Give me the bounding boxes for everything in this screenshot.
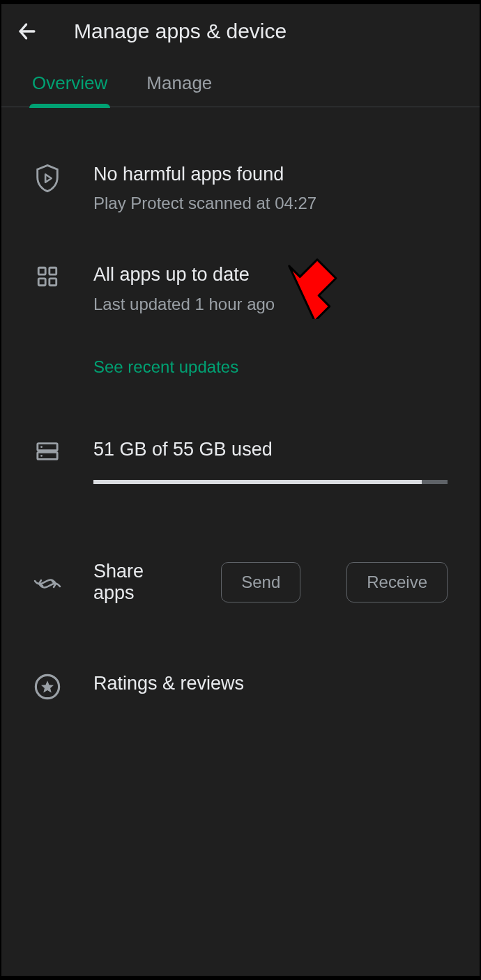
tab-overview[interactable]: Overview [32,63,107,107]
play-protect-sub: Play Protect scanned at 04:27 [93,194,448,213]
page-title: Manage apps & device [74,20,287,43]
updates-sub: Last updated 1 hour ago [93,295,448,314]
share-apps-label: Share apps [93,561,175,604]
svg-rect-3 [49,279,56,286]
tab-manage[interactable]: Manage [146,63,212,107]
storage-icon [33,437,61,463]
storage-progress [93,480,448,484]
svg-rect-0 [38,268,45,275]
receive-button[interactable]: Receive [346,562,448,602]
share-apps-row: Share apps Send Receive [1,490,480,604]
svg-rect-4 [38,444,57,451]
play-protect-row[interactable]: No harmful apps found Play Protect scann… [1,107,480,219]
back-icon[interactable] [15,20,39,43]
storage-row[interactable]: 51 GB of 55 GB used [1,382,480,490]
star-circle-icon [33,671,61,700]
svg-point-7 [40,455,43,457]
tabs: Overview Manage [1,63,480,107]
svg-rect-1 [49,268,56,275]
see-recent-updates-link[interactable]: See recent updates [93,357,238,377]
shield-play-icon [33,162,61,192]
storage-progress-fill [93,480,422,484]
ratings-title: Ratings & reviews [93,671,448,696]
svg-rect-2 [38,279,45,286]
storage-title: 51 GB of 55 GB used [93,437,448,462]
ratings-reviews-row[interactable]: Ratings & reviews [1,604,480,706]
svg-point-6 [40,446,43,448]
share-icon [33,570,61,594]
play-protect-title: No harmful apps found [93,162,448,187]
updates-title: All apps up to date [93,262,448,287]
svg-rect-5 [38,452,57,459]
updates-row[interactable]: All apps up to date Last updated 1 hour … [1,219,480,382]
send-button[interactable]: Send [221,562,300,602]
apps-grid-icon [33,262,61,288]
